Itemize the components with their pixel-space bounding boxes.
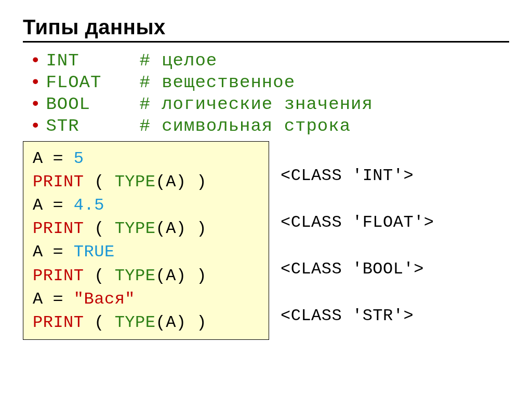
type-row: • INT # целое — [30, 51, 509, 71]
type-comment: # символьная строка — [139, 116, 351, 136]
output-line: <CLASS 'INT'> — [281, 164, 434, 211]
code-print-kw: PRINT — [33, 172, 84, 191]
code-paren: ) — [187, 266, 207, 285]
type-row: • STR # символьная строка — [30, 116, 509, 136]
types-list: • INT # целое • FLOAT # вещественное • B… — [30, 51, 509, 136]
code-print-kw: PRINT — [33, 266, 84, 285]
output-line: <CLASS 'FLOAT'> — [281, 211, 434, 257]
type-keyword: INT — [46, 51, 139, 71]
slide: Типы данных • INT # целое • FLOAT # веще… — [0, 0, 532, 351]
code-paren: ( — [84, 313, 115, 332]
code-line: PRINT ( TYPE(A) ) — [33, 170, 259, 194]
code-print-kw: PRINT — [33, 313, 84, 332]
output-column: <CLASS 'INT'> <CLASS 'FLOAT'> <CLASS 'BO… — [281, 141, 434, 351]
code-paren: ) — [187, 172, 207, 191]
type-keyword: FLOAT — [46, 73, 139, 92]
type-comment: # целое — [139, 51, 217, 71]
code-type-kw: TYPE — [115, 313, 156, 332]
code-paren: ) — [187, 219, 207, 238]
code-paren: ( — [84, 172, 115, 191]
code-line: PRINT ( TYPE(A) ) — [33, 264, 259, 287]
bullet-icon: • — [30, 74, 41, 91]
code-type-kw: TYPE — [115, 219, 156, 238]
code-var: A — [33, 149, 43, 168]
type-row: • FLOAT # вещественное — [30, 73, 509, 92]
code-line: A = "Вася" — [33, 287, 259, 311]
code-string: "Вася" — [74, 290, 135, 309]
code-arg: (A) — [155, 172, 186, 191]
code-number: 5 — [74, 149, 84, 168]
type-comment: # логические значения — [139, 94, 373, 114]
type-keyword: STR — [46, 116, 139, 136]
code-line: PRINT ( TYPE(A) ) — [33, 311, 259, 334]
code-box: A = 5 PRINT ( TYPE(A) ) A = 4.5 PRINT ( … — [23, 141, 269, 340]
code-arg: (A) — [155, 219, 186, 238]
output-line: <CLASS 'STR'> — [281, 304, 434, 351]
bullet-icon: • — [30, 52, 41, 70]
output-line: <CLASS 'BOOL'> — [281, 257, 434, 304]
bullet-icon: • — [30, 117, 41, 135]
code-line: PRINT ( TYPE(A) ) — [33, 217, 259, 240]
code-paren: ( — [84, 266, 115, 285]
code-var: A — [33, 290, 43, 309]
code-eq: = — [53, 194, 64, 217]
code-var: A — [33, 242, 43, 262]
code-print-kw: PRINT — [33, 219, 84, 238]
code-paren: ( — [84, 219, 115, 238]
lower-section: A = 5 PRINT ( TYPE(A) ) A = 4.5 PRINT ( … — [23, 141, 509, 351]
code-arg: (A) — [155, 313, 186, 332]
code-arg: (A) — [155, 266, 186, 285]
code-type-kw: TYPE — [115, 266, 156, 285]
code-line: A = TRUE — [33, 240, 259, 264]
code-eq: = — [53, 240, 64, 264]
code-type-kw: TYPE — [115, 172, 156, 191]
code-line: A = 4.5 — [33, 194, 259, 217]
code-eq: = — [53, 147, 64, 170]
type-row: • BOOL # логические значения — [30, 94, 509, 114]
code-paren: ) — [187, 313, 207, 332]
code-var: A — [33, 196, 43, 215]
type-comment: # вещественное — [139, 73, 295, 92]
page-title: Типы данных — [23, 16, 509, 43]
code-line: A = 5 — [33, 147, 259, 170]
code-number: 4.5 — [74, 196, 104, 215]
type-keyword: BOOL — [46, 94, 139, 114]
code-eq: = — [53, 287, 64, 311]
bullet-icon: • — [30, 95, 41, 113]
code-true: TRUE — [74, 242, 115, 262]
